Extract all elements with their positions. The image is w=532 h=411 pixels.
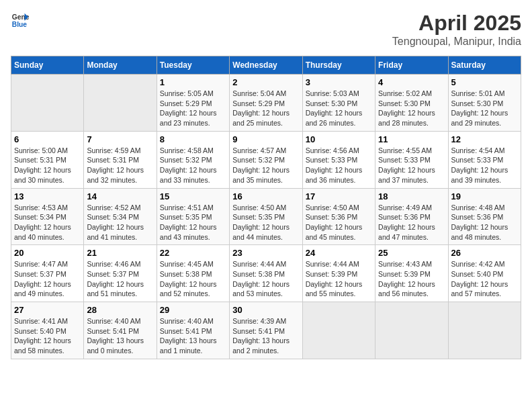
day-info: Sunrise: 5:00 AM Sunset: 5:31 PM Dayligh… <box>14 146 81 185</box>
day-info: Sunrise: 5:04 AM Sunset: 5:29 PM Dayligh… <box>232 89 299 128</box>
day-info: Sunrise: 4:51 AM Sunset: 5:35 PM Dayligh… <box>160 203 226 242</box>
day-info: Sunrise: 4:45 AM Sunset: 5:38 PM Dayligh… <box>160 259 226 299</box>
day-info: Sunrise: 4:41 AM Sunset: 5:40 PM Dayligh… <box>14 316 81 356</box>
day-info: Sunrise: 4:52 AM Sunset: 5:34 PM Dayligh… <box>87 203 153 242</box>
day-info: Sunrise: 5:03 AM Sunset: 5:30 PM Dayligh… <box>306 89 372 128</box>
week-row-1: 1Sunrise: 5:05 AM Sunset: 5:29 PM Daylig… <box>11 75 521 132</box>
day-cell: 19Sunrise: 4:48 AM Sunset: 5:36 PM Dayli… <box>448 188 521 245</box>
day-info: Sunrise: 4:50 AM Sunset: 5:35 PM Dayligh… <box>232 203 299 242</box>
day-number: 29 <box>160 305 226 315</box>
header: General Blue April 2025 Tengnoupal, Mani… <box>11 11 521 48</box>
day-number: 2 <box>232 77 299 87</box>
header-cell-monday: Monday <box>84 56 157 75</box>
day-number: 13 <box>14 191 81 201</box>
day-info: Sunrise: 4:40 AM Sunset: 5:41 PM Dayligh… <box>87 316 153 356</box>
day-number: 16 <box>232 191 299 201</box>
day-number: 25 <box>378 248 445 258</box>
day-cell: 12Sunrise: 4:54 AM Sunset: 5:33 PM Dayli… <box>448 131 521 188</box>
header-cell-tuesday: Tuesday <box>157 56 229 75</box>
day-cell: 28Sunrise: 4:40 AM Sunset: 5:41 PM Dayli… <box>84 302 157 359</box>
title-area: April 2025 Tengnoupal, Manipur, India <box>392 11 521 48</box>
day-cell: 13Sunrise: 4:53 AM Sunset: 5:34 PM Dayli… <box>11 188 84 245</box>
day-info: Sunrise: 4:50 AM Sunset: 5:36 PM Dayligh… <box>306 203 372 242</box>
day-number: 19 <box>451 191 518 201</box>
day-info: Sunrise: 4:54 AM Sunset: 5:33 PM Dayligh… <box>451 146 518 185</box>
day-cell: 3Sunrise: 5:03 AM Sunset: 5:30 PM Daylig… <box>302 75 375 132</box>
day-cell: 8Sunrise: 4:58 AM Sunset: 5:32 PM Daylig… <box>157 131 229 188</box>
day-cell: 18Sunrise: 4:49 AM Sunset: 5:36 PM Dayli… <box>375 188 448 245</box>
logo: General Blue <box>11 11 30 30</box>
day-info: Sunrise: 5:05 AM Sunset: 5:29 PM Dayligh… <box>160 89 226 128</box>
day-cell: 10Sunrise: 4:56 AM Sunset: 5:33 PM Dayli… <box>302 131 375 188</box>
day-cell: 6Sunrise: 5:00 AM Sunset: 5:31 PM Daylig… <box>11 131 84 188</box>
day-cell: 16Sunrise: 4:50 AM Sunset: 5:35 PM Dayli… <box>230 188 302 245</box>
day-cell: 11Sunrise: 4:55 AM Sunset: 5:33 PM Dayli… <box>375 131 448 188</box>
day-cell <box>375 302 448 359</box>
day-info: Sunrise: 4:49 AM Sunset: 5:36 PM Dayligh… <box>378 203 445 242</box>
day-info: Sunrise: 4:47 AM Sunset: 5:37 PM Dayligh… <box>14 259 81 299</box>
day-number: 24 <box>306 248 372 258</box>
day-cell: 24Sunrise: 4:44 AM Sunset: 5:39 PM Dayli… <box>302 245 375 302</box>
sub-title: Tengnoupal, Manipur, India <box>392 36 521 48</box>
day-number: 11 <box>378 134 445 144</box>
day-info: Sunrise: 5:02 AM Sunset: 5:30 PM Dayligh… <box>378 89 445 128</box>
day-info: Sunrise: 4:57 AM Sunset: 5:32 PM Dayligh… <box>232 146 299 185</box>
day-info: Sunrise: 4:46 AM Sunset: 5:37 PM Dayligh… <box>87 259 153 299</box>
day-number: 6 <box>14 134 81 144</box>
day-cell: 27Sunrise: 4:41 AM Sunset: 5:40 PM Dayli… <box>11 302 84 359</box>
day-info: Sunrise: 4:42 AM Sunset: 5:40 PM Dayligh… <box>451 259 518 299</box>
day-cell: 9Sunrise: 4:57 AM Sunset: 5:32 PM Daylig… <box>230 131 302 188</box>
header-row: SundayMondayTuesdayWednesdayThursdayFrid… <box>11 56 521 75</box>
header-cell-wednesday: Wednesday <box>230 56 302 75</box>
calendar-table: SundayMondayTuesdayWednesdayThursdayFrid… <box>11 56 521 359</box>
week-row-2: 6Sunrise: 5:00 AM Sunset: 5:31 PM Daylig… <box>11 131 521 188</box>
day-cell: 21Sunrise: 4:46 AM Sunset: 5:37 PM Dayli… <box>84 245 157 302</box>
day-cell: 2Sunrise: 5:04 AM Sunset: 5:29 PM Daylig… <box>230 75 302 132</box>
logo-icon: General Blue <box>11 11 30 30</box>
week-row-4: 20Sunrise: 4:47 AM Sunset: 5:37 PM Dayli… <box>11 245 521 302</box>
day-cell: 22Sunrise: 4:45 AM Sunset: 5:38 PM Dayli… <box>157 245 229 302</box>
day-info: Sunrise: 4:58 AM Sunset: 5:32 PM Dayligh… <box>160 146 226 185</box>
day-cell <box>84 75 157 132</box>
day-cell <box>11 75 84 132</box>
header-cell-sunday: Sunday <box>11 56 84 75</box>
day-cell: 15Sunrise: 4:51 AM Sunset: 5:35 PM Dayli… <box>157 188 229 245</box>
day-info: Sunrise: 4:40 AM Sunset: 5:41 PM Dayligh… <box>160 316 226 356</box>
header-cell-thursday: Thursday <box>302 56 375 75</box>
day-info: Sunrise: 5:01 AM Sunset: 5:30 PM Dayligh… <box>451 89 518 128</box>
day-number: 5 <box>451 77 518 87</box>
day-number: 23 <box>232 248 299 258</box>
week-row-3: 13Sunrise: 4:53 AM Sunset: 5:34 PM Dayli… <box>11 188 521 245</box>
day-number: 12 <box>451 134 518 144</box>
day-number: 18 <box>378 191 445 201</box>
day-number: 9 <box>232 134 299 144</box>
day-cell: 25Sunrise: 4:43 AM Sunset: 5:39 PM Dayli… <box>375 245 448 302</box>
week-row-5: 27Sunrise: 4:41 AM Sunset: 5:40 PM Dayli… <box>11 302 521 359</box>
svg-text:Blue: Blue <box>12 21 28 28</box>
day-info: Sunrise: 4:53 AM Sunset: 5:34 PM Dayligh… <box>14 203 81 242</box>
day-info: Sunrise: 4:44 AM Sunset: 5:38 PM Dayligh… <box>232 259 299 299</box>
day-number: 20 <box>14 248 81 258</box>
day-number: 14 <box>87 191 153 201</box>
day-cell: 5Sunrise: 5:01 AM Sunset: 5:30 PM Daylig… <box>448 75 521 132</box>
day-number: 7 <box>87 134 153 144</box>
day-number: 28 <box>87 305 153 315</box>
day-cell: 30Sunrise: 4:39 AM Sunset: 5:41 PM Dayli… <box>230 302 302 359</box>
day-info: Sunrise: 4:44 AM Sunset: 5:39 PM Dayligh… <box>306 259 372 299</box>
day-number: 30 <box>232 305 299 315</box>
day-number: 4 <box>378 77 445 87</box>
day-number: 26 <box>451 248 518 258</box>
day-cell: 29Sunrise: 4:40 AM Sunset: 5:41 PM Dayli… <box>157 302 229 359</box>
day-info: Sunrise: 4:56 AM Sunset: 5:33 PM Dayligh… <box>306 146 372 185</box>
main-title: April 2025 <box>392 11 521 36</box>
day-info: Sunrise: 4:55 AM Sunset: 5:33 PM Dayligh… <box>378 146 445 185</box>
day-cell <box>302 302 375 359</box>
day-info: Sunrise: 4:39 AM Sunset: 5:41 PM Dayligh… <box>232 316 299 356</box>
day-number: 15 <box>160 191 226 201</box>
day-number: 3 <box>306 77 372 87</box>
day-number: 10 <box>306 134 372 144</box>
header-cell-friday: Friday <box>375 56 448 75</box>
day-cell: 1Sunrise: 5:05 AM Sunset: 5:29 PM Daylig… <box>157 75 229 132</box>
day-cell: 4Sunrise: 5:02 AM Sunset: 5:30 PM Daylig… <box>375 75 448 132</box>
day-cell <box>448 302 521 359</box>
